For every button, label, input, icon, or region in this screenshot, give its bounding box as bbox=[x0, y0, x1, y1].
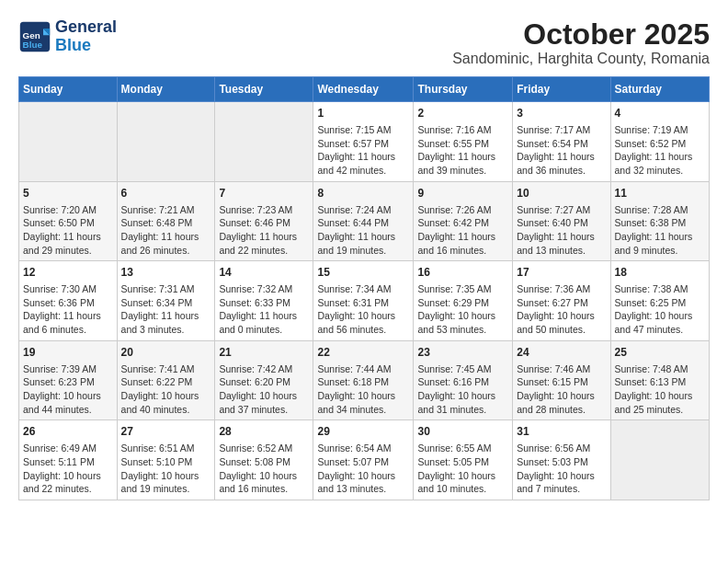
day-number: 14 bbox=[219, 265, 309, 281]
calendar-cell: 23 Sunrise: 7:45 AMSunset: 6:16 PMDaylig… bbox=[414, 340, 513, 420]
day-number: 13 bbox=[121, 265, 211, 281]
cell-info: Sunrise: 7:17 AMSunset: 6:54 PMDaylight:… bbox=[517, 124, 595, 176]
logo-text: General Blue bbox=[55, 18, 117, 55]
week-row-2: 5 Sunrise: 7:20 AMSunset: 6:50 PMDayligh… bbox=[19, 181, 710, 261]
cell-info: Sunrise: 7:34 AMSunset: 6:31 PMDaylight:… bbox=[317, 283, 395, 335]
day-number: 28 bbox=[219, 424, 309, 440]
cell-info: Sunrise: 7:24 AMSunset: 6:44 PMDaylight:… bbox=[317, 204, 395, 256]
calendar-body: 1 Sunrise: 7:15 AMSunset: 6:57 PMDayligh… bbox=[19, 102, 710, 500]
week-row-3: 12 Sunrise: 7:30 AMSunset: 6:36 PMDaylig… bbox=[19, 261, 710, 341]
day-number: 4 bbox=[615, 106, 705, 121]
cell-info: Sunrise: 6:51 AMSunset: 5:10 PMDaylight:… bbox=[121, 442, 199, 494]
calendar-cell bbox=[215, 102, 313, 182]
cell-info: Sunrise: 7:32 AMSunset: 6:33 PMDaylight:… bbox=[219, 283, 297, 335]
calendar-cell: 21 Sunrise: 7:42 AMSunset: 6:20 PMDaylig… bbox=[215, 340, 313, 420]
day-number: 9 bbox=[417, 186, 508, 201]
day-number: 15 bbox=[317, 265, 409, 281]
calendar-cell: 3 Sunrise: 7:17 AMSunset: 6:54 PMDayligh… bbox=[513, 102, 610, 182]
day-number: 17 bbox=[517, 265, 606, 281]
weekday-header-thursday: Thursday bbox=[414, 77, 513, 102]
weekday-header-tuesday: Tuesday bbox=[215, 77, 313, 102]
cell-info: Sunrise: 7:15 AMSunset: 6:57 PMDaylight:… bbox=[317, 124, 395, 176]
day-number: 1 bbox=[317, 106, 409, 121]
cell-info: Sunrise: 7:20 AMSunset: 6:50 PMDaylight:… bbox=[23, 204, 101, 256]
day-number: 5 bbox=[23, 186, 113, 201]
calendar-cell: 5 Sunrise: 7:20 AMSunset: 6:50 PMDayligh… bbox=[19, 181, 118, 261]
calendar-cell: 27 Sunrise: 6:51 AMSunset: 5:10 PMDaylig… bbox=[117, 420, 215, 500]
cell-info: Sunrise: 7:26 AMSunset: 6:42 PMDaylight:… bbox=[417, 204, 495, 256]
day-number: 29 bbox=[317, 424, 409, 440]
calendar-table: SundayMondayTuesdayWednesdayThursdayFrid… bbox=[18, 76, 710, 500]
day-number: 20 bbox=[121, 345, 211, 361]
day-number: 23 bbox=[417, 345, 508, 361]
weekday-header-friday: Friday bbox=[513, 77, 610, 102]
calendar-cell bbox=[117, 102, 215, 182]
weekday-header-sunday: Sunday bbox=[19, 77, 118, 102]
cell-info: Sunrise: 6:52 AMSunset: 5:08 PMDaylight:… bbox=[219, 442, 297, 494]
cell-info: Sunrise: 7:27 AMSunset: 6:40 PMDaylight:… bbox=[517, 204, 595, 256]
day-number: 16 bbox=[417, 265, 508, 281]
day-number: 22 bbox=[317, 345, 409, 361]
calendar-cell: 14 Sunrise: 7:32 AMSunset: 6:33 PMDaylig… bbox=[215, 261, 313, 341]
logo-line2: Blue bbox=[55, 37, 117, 55]
calendar-cell: 15 Sunrise: 7:34 AMSunset: 6:31 PMDaylig… bbox=[313, 261, 414, 341]
calendar-cell: 10 Sunrise: 7:27 AMSunset: 6:40 PMDaylig… bbox=[513, 181, 610, 261]
week-row-5: 26 Sunrise: 6:49 AMSunset: 5:11 PMDaylig… bbox=[19, 420, 710, 500]
cell-info: Sunrise: 7:48 AMSunset: 6:13 PMDaylight:… bbox=[615, 363, 693, 415]
cell-info: Sunrise: 7:36 AMSunset: 6:27 PMDaylight:… bbox=[517, 283, 595, 335]
cell-info: Sunrise: 7:31 AMSunset: 6:34 PMDaylight:… bbox=[121, 283, 199, 335]
day-number: 11 bbox=[615, 186, 705, 201]
day-number: 26 bbox=[23, 424, 113, 440]
day-number: 18 bbox=[615, 265, 705, 281]
calendar-cell: 7 Sunrise: 7:23 AMSunset: 6:46 PMDayligh… bbox=[215, 181, 313, 261]
weekday-header-monday: Monday bbox=[117, 77, 215, 102]
cell-info: Sunrise: 7:39 AMSunset: 6:23 PMDaylight:… bbox=[23, 363, 101, 415]
calendar-cell: 28 Sunrise: 6:52 AMSunset: 5:08 PMDaylig… bbox=[215, 420, 313, 500]
calendar-cell: 24 Sunrise: 7:46 AMSunset: 6:15 PMDaylig… bbox=[513, 340, 610, 420]
calendar-cell: 16 Sunrise: 7:35 AMSunset: 6:29 PMDaylig… bbox=[414, 261, 513, 341]
week-row-1: 1 Sunrise: 7:15 AMSunset: 6:57 PMDayligh… bbox=[19, 102, 710, 182]
cell-info: Sunrise: 7:28 AMSunset: 6:38 PMDaylight:… bbox=[615, 204, 693, 256]
calendar-cell: 19 Sunrise: 7:39 AMSunset: 6:23 PMDaylig… bbox=[19, 340, 118, 420]
weekday-header-saturday: Saturday bbox=[610, 77, 709, 102]
week-row-4: 19 Sunrise: 7:39 AMSunset: 6:23 PMDaylig… bbox=[19, 340, 710, 420]
cell-info: Sunrise: 7:35 AMSunset: 6:29 PMDaylight:… bbox=[417, 283, 495, 335]
calendar-cell: 13 Sunrise: 7:31 AMSunset: 6:34 PMDaylig… bbox=[117, 261, 215, 341]
calendar-cell: 17 Sunrise: 7:36 AMSunset: 6:27 PMDaylig… bbox=[513, 261, 610, 341]
calendar-cell: 18 Sunrise: 7:38 AMSunset: 6:25 PMDaylig… bbox=[610, 261, 709, 341]
cell-info: Sunrise: 7:23 AMSunset: 6:46 PMDaylight:… bbox=[219, 204, 297, 256]
day-number: 8 bbox=[317, 186, 409, 201]
calendar-cell: 20 Sunrise: 7:41 AMSunset: 6:22 PMDaylig… bbox=[117, 340, 215, 420]
day-number: 25 bbox=[615, 345, 705, 361]
logo-line1: General bbox=[55, 18, 117, 37]
cell-info: Sunrise: 7:45 AMSunset: 6:16 PMDaylight:… bbox=[417, 363, 495, 415]
page-subtitle: Sandominic, Harghita County, Romania bbox=[452, 51, 710, 67]
day-number: 27 bbox=[121, 424, 211, 440]
calendar-cell: 1 Sunrise: 7:15 AMSunset: 6:57 PMDayligh… bbox=[313, 102, 414, 182]
calendar-cell: 11 Sunrise: 7:28 AMSunset: 6:38 PMDaylig… bbox=[610, 181, 709, 261]
calendar-cell: 4 Sunrise: 7:19 AMSunset: 6:52 PMDayligh… bbox=[610, 102, 709, 182]
calendar-cell: 25 Sunrise: 7:48 AMSunset: 6:13 PMDaylig… bbox=[610, 340, 709, 420]
cell-info: Sunrise: 7:42 AMSunset: 6:20 PMDaylight:… bbox=[219, 363, 297, 415]
weekday-header-row: SundayMondayTuesdayWednesdayThursdayFrid… bbox=[19, 77, 710, 102]
day-number: 12 bbox=[23, 265, 113, 281]
day-number: 3 bbox=[517, 106, 606, 121]
calendar-cell: 8 Sunrise: 7:24 AMSunset: 6:44 PMDayligh… bbox=[313, 181, 414, 261]
calendar-cell: 29 Sunrise: 6:54 AMSunset: 5:07 PMDaylig… bbox=[313, 420, 414, 500]
calendar-cell: 31 Sunrise: 6:56 AMSunset: 5:03 PMDaylig… bbox=[513, 420, 610, 500]
logo-icon: Gen Blue bbox=[18, 20, 51, 53]
day-number: 2 bbox=[417, 106, 508, 121]
cell-info: Sunrise: 7:19 AMSunset: 6:52 PMDaylight:… bbox=[615, 124, 693, 176]
calendar-header: SundayMondayTuesdayWednesdayThursdayFrid… bbox=[19, 77, 710, 102]
day-number: 30 bbox=[417, 424, 508, 440]
calendar-cell: 30 Sunrise: 6:55 AMSunset: 5:05 PMDaylig… bbox=[414, 420, 513, 500]
day-number: 24 bbox=[517, 345, 606, 361]
title-block: October 2025 Sandominic, Harghita County… bbox=[452, 18, 710, 67]
calendar-cell: 6 Sunrise: 7:21 AMSunset: 6:48 PMDayligh… bbox=[117, 181, 215, 261]
cell-info: Sunrise: 7:46 AMSunset: 6:15 PMDaylight:… bbox=[517, 363, 595, 415]
cell-info: Sunrise: 6:54 AMSunset: 5:07 PMDaylight:… bbox=[317, 442, 395, 494]
day-number: 19 bbox=[23, 345, 113, 361]
day-number: 6 bbox=[121, 186, 211, 201]
calendar-cell: 26 Sunrise: 6:49 AMSunset: 5:11 PMDaylig… bbox=[19, 420, 118, 500]
calendar-cell: 2 Sunrise: 7:16 AMSunset: 6:55 PMDayligh… bbox=[414, 102, 513, 182]
